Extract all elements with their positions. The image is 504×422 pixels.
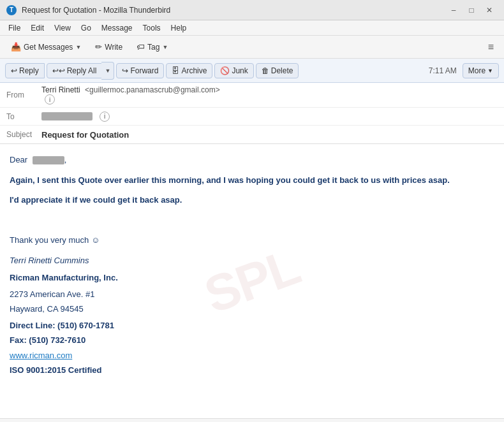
recipient-blurred [33,156,64,164]
reply-all-button[interactable]: ↩↩ Reply All [47,63,103,78]
junk-label: Junk [232,66,248,75]
window-title: Request for Quotation - Mozilla Thunderb… [22,6,445,15]
write-label: Write [105,43,122,52]
menu-help[interactable]: Help [166,22,192,34]
forward-icon: ↪ [122,66,128,75]
to-info-icon[interactable]: i [100,112,110,122]
from-value: Terri Rinetti <guillermoc.panamascrub@gm… [41,85,498,105]
reply-all-icon: ↩↩ [52,66,65,75]
tag-arrow-icon: ▼ [162,44,168,50]
email-action-toolbar: ↩ Reply ↩↩ Reply All ▼ ↪ Forward 🗄 Archi… [0,59,504,83]
window-controls: – □ ✕ [445,4,498,17]
tag-label: Tag [147,43,159,52]
reply-all-group: ↩↩ Reply All ▼ [47,62,115,80]
forward-button[interactable]: ↪ Forward [116,63,164,78]
title-bar: T Request for Quotation - Mozilla Thunde… [0,0,504,20]
main-toolbar: 📥 Get Messages ▼ ✏ Write 🏷 Tag ▼ ≡ [0,36,504,59]
get-messages-button[interactable]: 📥 Get Messages ▼ [5,39,87,55]
to-row: To i [0,108,504,126]
subject-label: Subject [6,130,41,139]
get-messages-arrow-icon: ▼ [75,44,81,50]
menu-bar: File Edit View Go Message Tools Help [0,20,504,36]
hamburger-button[interactable]: ≡ [483,39,499,55]
minimize-button[interactable]: – [445,4,462,17]
delete-label: Delete [271,66,293,75]
email-header: From Terri Rinetti <guillermoc.panamascr… [0,83,504,144]
email-content: Dear , Again, I sent this Quote over ear… [10,154,494,376]
archive-icon: 🗄 [172,66,179,75]
from-email: <guillermoc.panamascrub@gmail.com> [85,85,220,94]
get-messages-icon: 📥 [11,42,21,52]
get-messages-label: Get Messages [24,43,73,52]
reply-button[interactable]: ↩ Reply [5,63,45,78]
write-button[interactable]: ✏ Write [89,39,128,55]
more-label: More [468,66,485,75]
more-arrow-icon: ▼ [487,68,493,74]
from-label: From [6,91,41,99]
email-body: SPL Dear , Again, I sent this Quote over… [0,144,504,418]
app-icon: T [6,5,17,15]
tag-button[interactable]: 🏷 Tag ▼ [131,39,174,55]
sig-address2: Hayward, CA 94545 [10,303,494,316]
more-button[interactable]: More ▼ [463,63,499,78]
junk-icon: 🚫 [220,66,230,75]
email-body-line1: Again, I sent this Quote over earlier th… [10,174,494,187]
attachment-bar: ▶ 📎 1 attachment: Quotation.xls 318 KB ⬇… [0,418,504,422]
sig-website[interactable]: www.ricman.com [10,351,494,360]
to-blurred [41,112,93,120]
sig-address1: 2273 American Ave. #1 [10,288,494,301]
menu-view[interactable]: View [49,22,76,34]
menu-edit[interactable]: Edit [26,22,49,34]
tag-icon: 🏷 [137,42,145,52]
junk-button[interactable]: 🚫 Junk [214,63,253,78]
menu-go[interactable]: Go [76,22,96,34]
email-time: 7:11 AM [429,66,457,75]
forward-label: Forward [130,66,158,75]
reply-group: ↩ Reply [5,63,45,78]
subject-row: Subject Request for Quotation [0,126,504,143]
from-row: From Terri Rinetti <guillermoc.panamascr… [0,83,504,108]
archive-label: Archive [181,66,207,75]
from-info-icon[interactable]: i [45,94,55,105]
archive-button[interactable]: 🗄 Archive [166,63,212,78]
reply-all-dropdown-arrow-icon[interactable]: ▼ [101,62,114,80]
email-body-line2: I'd appreciate it if we could get it bac… [10,194,494,207]
maximize-button[interactable]: □ [463,4,480,17]
close-button[interactable]: ✕ [481,4,498,17]
sig-company: Ricman Manufacturing, Inc. [10,272,494,284]
sig-direct: Direct Line: (510) 670-1781 [10,319,494,332]
reply-icon: ↩ [11,66,17,75]
subject-value: Request for Quotation [41,130,129,140]
delete-icon: 🗑 [262,66,269,75]
delete-button[interactable]: 🗑 Delete [256,63,299,78]
reply-label: Reply [19,66,39,75]
write-icon: ✏ [95,42,102,52]
reply-all-label: Reply All [67,66,97,75]
to-label: To [6,112,41,121]
sig-cert: ISO 9001:2015 Certified [10,364,494,377]
to-value-container: i [41,112,110,122]
sig-fax: Fax: (510) 732-7610 [10,334,494,347]
email-thank-you: Thank you very much ☺ [10,234,494,247]
menu-tools[interactable]: Tools [138,22,166,34]
sig-name: Terri Rinetti Cummins [10,254,494,267]
menu-file[interactable]: File [3,22,26,34]
email-greeting: Dear , [10,154,494,166]
menu-message[interactable]: Message [96,22,138,34]
from-name: Terri Rinetti [41,85,80,94]
